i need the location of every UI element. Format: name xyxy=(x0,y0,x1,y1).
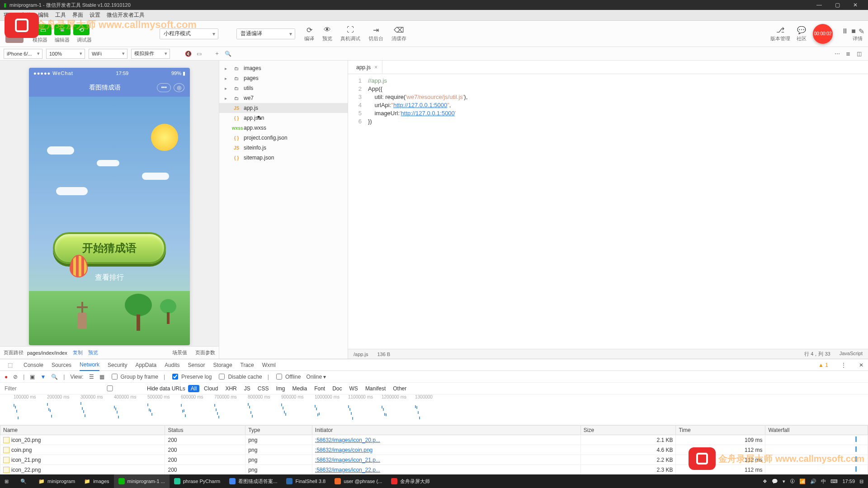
devtools-tab[interactable]: Console xyxy=(24,362,43,368)
filter-type[interactable]: XHR xyxy=(222,385,239,392)
devtools-tab[interactable]: AppData xyxy=(135,362,156,368)
devtools-tab[interactable]: Sensor xyxy=(188,362,205,368)
warning-badge[interactable]: ▲ 1 xyxy=(818,362,828,368)
mode-select[interactable]: 小程序模式 xyxy=(160,28,218,39)
tree-file[interactable]: JSapp.js xyxy=(219,103,348,113)
tree-folder[interactable]: ▸🗀pages xyxy=(219,73,348,83)
rotate-icon[interactable]: ▭ xyxy=(193,48,204,59)
filter-type[interactable]: All xyxy=(188,385,199,392)
devtools-close-icon[interactable]: ✕ xyxy=(859,362,863,368)
filter-type[interactable]: Img xyxy=(273,385,288,392)
column-header[interactable]: Initiator xyxy=(312,426,580,435)
compile-button[interactable]: ⟳编译 xyxy=(304,25,314,42)
tree-folder[interactable]: ▸🗀utils xyxy=(219,83,348,93)
column-header[interactable]: Waterfall xyxy=(765,426,868,435)
devtools-tab[interactable]: Trace xyxy=(241,362,254,368)
close-button[interactable]: ✕ xyxy=(846,0,864,10)
clearcache-button[interactable]: ⌫清缓存 xyxy=(392,25,406,42)
tree-file[interactable]: { }app.json xyxy=(219,113,348,123)
inspect-icon[interactable]: ⬚ xyxy=(5,360,15,371)
tray-icon[interactable]: ⊟ xyxy=(859,479,863,484)
menu-item[interactable]: 编辑 xyxy=(38,11,49,19)
close-tab-icon[interactable]: × xyxy=(374,64,377,70)
network-row[interactable]: icon_20.png200png:58632/images/icon_20.p… xyxy=(0,435,868,445)
editor-tab[interactable]: app.js × xyxy=(352,61,382,74)
column-header[interactable]: Status xyxy=(165,426,245,435)
device-select[interactable]: iPhone 6/... xyxy=(4,49,42,59)
preview-link[interactable]: 预览 xyxy=(88,349,98,356)
zoom-select[interactable]: 100% xyxy=(46,49,85,59)
taskbar-item[interactable]: 📁images xyxy=(80,474,113,488)
edit-icon[interactable]: ✎ xyxy=(859,27,864,36)
devtools-tab[interactable]: Storage xyxy=(213,362,232,368)
taskbar-item[interactable]: ⊞ xyxy=(0,474,16,488)
hide-urls-checkbox[interactable]: Hide data URLs xyxy=(74,384,185,393)
taskbar-item[interactable]: 金舟录屏大师 xyxy=(387,474,434,488)
menu-item[interactable]: 界面 xyxy=(72,11,83,19)
code-editor[interactable]: //app.js App({ util: require('we7/resour… xyxy=(366,74,467,349)
tray-icon[interactable]: 💬 xyxy=(772,479,778,484)
editor-toggle[interactable]: ≡ xyxy=(54,24,71,35)
filter-icon[interactable]: ▼ xyxy=(40,374,46,380)
tray-icon[interactable]: 🛈 xyxy=(790,479,795,484)
tree-file[interactable]: { }sitemap.json xyxy=(219,153,348,163)
debugger-toggle[interactable]: ⟲ xyxy=(73,24,90,35)
preview-button[interactable]: 👁预览 xyxy=(322,25,332,42)
view-list-icon[interactable]: ☰ xyxy=(89,374,94,380)
taskbar-item[interactable]: 看图猜成语答案... xyxy=(225,474,282,488)
record-icon[interactable]: ● xyxy=(5,374,8,380)
devtools-tab[interactable]: Audits xyxy=(165,362,179,368)
more-icon[interactable]: ⋯ xyxy=(832,48,843,59)
preserve-checkbox[interactable]: Preserve log xyxy=(170,372,212,381)
view-grid-icon[interactable]: ▦ xyxy=(99,374,104,380)
tray-icon[interactable]: ▾ xyxy=(783,479,785,484)
search-icon[interactable]: 🔍 xyxy=(222,48,233,59)
taskbar-item[interactable]: FinalShell 3.8 xyxy=(282,474,330,488)
start-button[interactable]: 开始猜成语 xyxy=(53,232,166,264)
tray-icon[interactable]: 📶 xyxy=(799,479,806,484)
tree-folder[interactable]: ▸🗀images xyxy=(219,63,348,73)
tree-folder[interactable]: ▸🗀we7 xyxy=(219,93,348,103)
devtools-more-icon[interactable]: ⋮ xyxy=(841,362,846,368)
menu-item[interactable]: 工具 xyxy=(55,11,66,19)
filter-type[interactable]: Other xyxy=(390,385,409,392)
devtools-tab[interactable]: Network xyxy=(80,359,99,371)
minimize-button[interactable]: — xyxy=(810,0,828,10)
filter-type[interactable]: Cloud xyxy=(201,385,221,392)
tray-icon[interactable]: 🔊 xyxy=(810,479,816,484)
capsule-close[interactable]: ◎ xyxy=(174,83,184,92)
column-header[interactable]: Size xyxy=(580,426,676,435)
offline-checkbox[interactable]: Offline xyxy=(274,372,301,381)
column-header[interactable]: Type xyxy=(245,426,312,435)
filter-type[interactable]: Doc xyxy=(330,385,344,392)
devtools-tab[interactable]: Sources xyxy=(52,362,71,368)
add-file-icon[interactable]: ＋ xyxy=(212,48,222,59)
filter-type[interactable]: Media xyxy=(289,385,310,392)
disable-cache-checkbox[interactable]: Disable cache xyxy=(217,372,262,381)
tray-icon[interactable]: 17:59 xyxy=(842,479,855,484)
filter-type[interactable]: JS xyxy=(241,385,253,392)
tray-icon[interactable]: ⌨ xyxy=(830,479,838,484)
capsule-menu[interactable]: ••• xyxy=(157,83,171,92)
pageparam-link[interactable]: 页面参数 xyxy=(195,349,215,356)
rank-link[interactable]: 查看排行 xyxy=(95,273,124,282)
tray-icon[interactable]: 中 xyxy=(821,478,826,485)
network-select[interactable]: WiFi xyxy=(89,49,127,59)
column-header[interactable]: Name xyxy=(0,426,165,435)
mute-icon[interactable]: 🔇 xyxy=(183,48,193,59)
realdebug-button[interactable]: ⛶真机调试 xyxy=(340,25,360,42)
group-checkbox[interactable]: Group by frame xyxy=(110,372,158,381)
split-icon[interactable]: ◫ xyxy=(854,48,864,59)
version-button[interactable]: ⎇版本管理 xyxy=(770,25,790,42)
taskbar-item[interactable]: 📁miniprogram xyxy=(34,474,80,488)
search-icon[interactable]: 🔍 xyxy=(51,374,58,380)
scene-link[interactable]: 场景值 xyxy=(172,349,187,356)
online-select[interactable]: Online ▾ xyxy=(306,374,326,380)
column-header[interactable]: Time xyxy=(676,426,765,435)
format-icon[interactable]: ≣ xyxy=(843,48,854,59)
operation-select[interactable]: 模拟操作 xyxy=(131,49,170,59)
compile-select[interactable]: 普通编译 xyxy=(236,28,295,39)
filter-type[interactable]: WS xyxy=(347,385,361,392)
tree-file[interactable]: wxssapp.wxss xyxy=(219,123,348,133)
copy-link[interactable]: 复制 xyxy=(73,349,83,356)
